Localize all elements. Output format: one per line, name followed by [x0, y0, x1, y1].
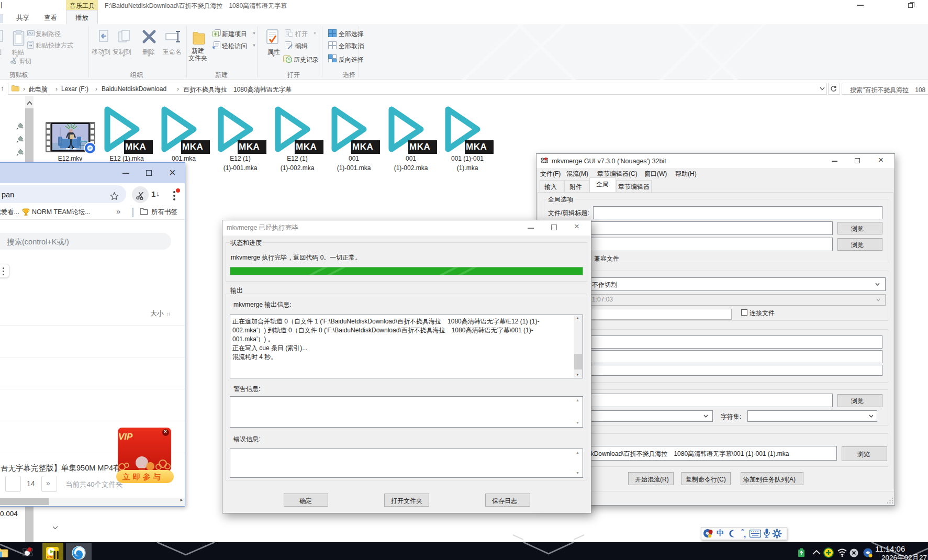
svg-text:PM: PM	[47, 555, 53, 559]
